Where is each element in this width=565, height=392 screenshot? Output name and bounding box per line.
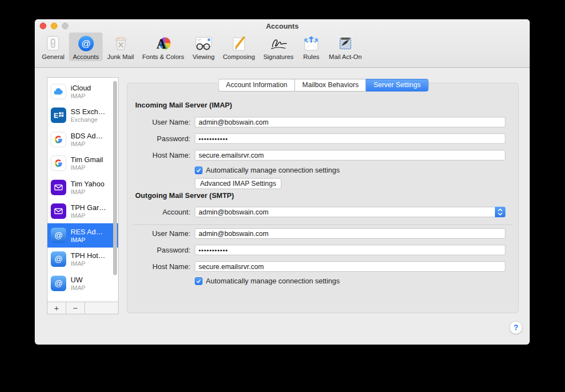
account-type: IMAP	[71, 93, 91, 99]
window-title: Accounts	[35, 22, 530, 30]
outgoing-user-name-label: User Name:	[127, 229, 190, 238]
account-tabs: Account Information Mailbox Behaviors Se…	[218, 79, 429, 92]
account-row-uw[interactable]: @ UWIMAP	[47, 271, 118, 296]
outgoing-host-name-label: Host Name:	[127, 262, 190, 271]
general-icon	[44, 34, 62, 53]
incoming-user-name-input[interactable]	[195, 117, 505, 127]
account-type: IMAP	[71, 260, 105, 267]
account-row-res-selected[interactable]: @ RES Ad…IMAP	[47, 223, 118, 248]
accounts-icon: @	[77, 34, 95, 53]
account-name: iCloud	[71, 84, 91, 92]
icloud-icon	[51, 84, 66, 99]
toolbar-label: Viewing	[193, 53, 215, 60]
outgoing-section-title: Outgoing Mail Server (SMTP)	[135, 191, 234, 200]
account-type: IMAP	[71, 141, 103, 147]
remove-account-button[interactable]: −	[66, 302, 85, 314]
incoming-host-name-input[interactable]	[195, 150, 505, 160]
account-name: UW	[71, 276, 86, 284]
account-name: TPH Gar…	[71, 203, 106, 212]
svg-text:A: A	[156, 36, 166, 51]
account-type: Exchange	[71, 116, 105, 123]
titlebar-toolbar: Accounts General @ Accounts Junk Mail	[35, 19, 530, 68]
toolbar-item-fonts-colors[interactable]: A Fonts & Colors	[138, 33, 188, 61]
checkbox-checked-icon	[195, 167, 202, 174]
incoming-user-name-label: User Name:	[127, 118, 190, 126]
svg-text:@: @	[54, 278, 62, 288]
help-button[interactable]: ?	[509, 321, 523, 334]
tab-server-settings[interactable]: Server Settings	[366, 79, 428, 92]
toolbar-label: General	[42, 53, 65, 60]
checkbox-checked-icon	[195, 277, 202, 285]
svg-text:E: E	[54, 111, 58, 120]
account-type: IMAP	[71, 164, 103, 171]
toolbar-item-accounts[interactable]: @ Accounts	[69, 33, 103, 61]
incoming-password-label: Password:	[127, 135, 190, 143]
outgoing-account-label: Account:	[127, 208, 190, 216]
at-icon: @	[51, 228, 66, 243]
popup-chevrons-icon	[495, 207, 505, 217]
toolbar-label: Accounts	[73, 53, 99, 60]
outgoing-account-value: admin@bobswain.com	[195, 208, 495, 216]
smtp-divider	[133, 224, 513, 225]
account-name: Tim Gmail	[71, 155, 103, 164]
incoming-auto-manage-checkbox[interactable]: Automatically manage connection settings	[195, 166, 340, 174]
account-row-tph-gar[interactable]: TPH Gar…IMAP	[47, 200, 118, 224]
account-row-tph-hot[interactable]: @ TPH Hot…IMAP	[47, 248, 118, 272]
account-name: RES Ad…	[71, 228, 103, 236]
outgoing-auto-manage-checkbox[interactable]: Automatically manage connection settings	[195, 277, 340, 285]
toolbar-label: Mail Act-On	[329, 53, 361, 60]
outgoing-host-name-input[interactable]	[195, 261, 505, 272]
toolbar-item-mail-act-on[interactable]: Mail Act-On	[325, 33, 365, 61]
account-name: TPH Hot…	[71, 251, 105, 260]
toolbar-item-viewing[interactable]: Viewing	[189, 33, 218, 61]
rules-icon	[302, 34, 321, 53]
add-account-button[interactable]: +	[47, 302, 66, 314]
yahoo-mail-icon	[51, 180, 66, 195]
account-row-ss-exchange[interactable]: E SS Exch…Exchange	[47, 104, 118, 128]
account-row-icloud[interactable]: iCloudIMAP	[47, 79, 118, 104]
account-type: IMAP	[71, 237, 103, 243]
outgoing-auto-manage-label: Automatically manage connection settings	[206, 277, 340, 285]
outgoing-account-popup[interactable]: admin@bobswain.com	[195, 207, 505, 217]
toolbar-label: Signatures	[263, 53, 294, 60]
toolbar-item-signatures[interactable]: Signatures	[259, 33, 297, 61]
server-settings-panel: Incoming Mail Server (IMAP) User Name: P…	[127, 83, 519, 313]
account-type: IMAP	[71, 189, 104, 195]
tab-account-information[interactable]: Account Information	[218, 79, 295, 92]
incoming-auto-manage-label: Automatically manage connection settings	[206, 166, 340, 174]
incoming-password-input[interactable]	[195, 133, 505, 144]
sidebar-footer: + −	[47, 302, 118, 314]
toolbar-label: Junk Mail	[107, 53, 134, 60]
account-type: IMAP	[71, 212, 106, 219]
toolbar-item-composing[interactable]: Composing	[219, 33, 259, 61]
toolbar-item-junk-mail[interactable]: Junk Mail	[103, 33, 138, 61]
toolbar-item-general[interactable]: General	[38, 33, 68, 61]
mail-act-on-icon	[336, 34, 355, 53]
account-name: BDS Ad…	[71, 132, 103, 140]
svg-text:@: @	[81, 39, 90, 49]
preferences-toolbar: General @ Accounts Junk Mail A Fonts & C…	[38, 33, 530, 67]
account-row-tim-yahoo[interactable]: Tim YahooIMAP	[47, 175, 118, 200]
exchange-icon: E	[51, 108, 66, 123]
google-icon	[51, 132, 66, 147]
account-row-tim-gmail[interactable]: Tim GmailIMAP	[47, 152, 118, 176]
tab-mailbox-behaviors[interactable]: Mailbox Behaviors	[295, 79, 366, 92]
outgoing-password-label: Password:	[127, 246, 190, 254]
toolbar-label: Rules	[303, 53, 319, 60]
account-row-bds[interactable]: BDS Ad…IMAP	[47, 127, 118, 152]
outgoing-user-name-input[interactable]	[195, 228, 505, 239]
incoming-host-name-label: Host Name:	[127, 151, 190, 159]
toolbar-label: Composing	[223, 53, 255, 60]
toolbar-item-rules[interactable]: Rules	[298, 33, 324, 61]
toolbar-label: Fonts & Colors	[142, 53, 184, 60]
outgoing-password-input[interactable]	[195, 245, 505, 255]
google-icon	[51, 155, 66, 171]
advanced-imap-settings-button[interactable]: Advanced IMAP Settings	[195, 178, 281, 189]
account-name: Tim Yahoo	[71, 180, 104, 188]
at-icon: @	[51, 251, 66, 267]
composing-icon	[230, 34, 248, 53]
account-name: SS Exch…	[71, 108, 105, 116]
sidebar-scrollbar[interactable]	[113, 81, 117, 275]
viewing-icon	[194, 34, 213, 53]
svg-text:@: @	[54, 254, 62, 264]
